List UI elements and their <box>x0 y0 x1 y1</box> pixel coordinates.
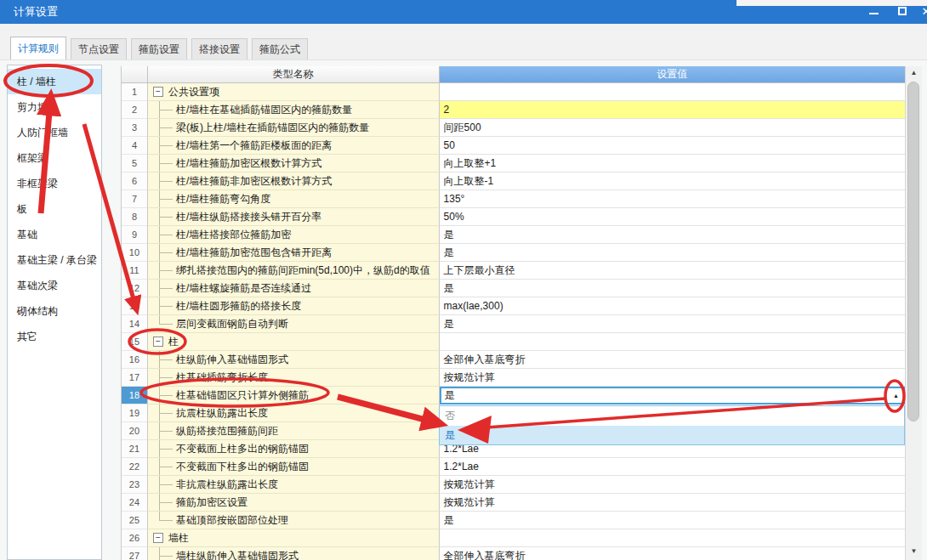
type-name-cell[interactable]: 箍筋加密区设置 <box>148 494 440 512</box>
value-cell[interactable]: 向上取整+1 <box>440 155 905 173</box>
collapse-toggle[interactable]: − <box>153 533 163 543</box>
value-cell[interactable]: 是 <box>440 512 905 529</box>
table-row-8[interactable]: 8柱/墙柱纵筋搭接接头错开百分率50% <box>122 208 905 226</box>
dropdown-option-是[interactable]: 是 <box>440 426 904 444</box>
table-row-2[interactable]: 2柱/墙柱在基础插筋锚固区内的箍筋数量2 <box>122 101 905 119</box>
sidebar-item-剪力墙[interactable]: 剪力墙 <box>8 94 101 120</box>
scroll-down-button[interactable]: ▼ <box>906 545 922 558</box>
value-cell[interactable]: 135° <box>440 190 905 208</box>
row-number[interactable]: 11 <box>122 262 148 280</box>
collapse-toggle[interactable]: − <box>153 87 163 97</box>
vertical-scrollbar[interactable]: ▲ ▼ <box>905 66 922 560</box>
row-number[interactable]: 9 <box>122 226 148 244</box>
row-number[interactable]: 6 <box>122 173 148 190</box>
type-name-cell[interactable]: 柱/墙柱在基础插筋锚固区内的箍筋数量 <box>148 101 440 119</box>
row-number[interactable]: 1 <box>122 83 148 101</box>
table-row-3[interactable]: 3梁(板)上柱/墙柱在插筋锚固区内的箍筋数量间距500 <box>122 119 905 137</box>
type-name-cell[interactable]: 非抗震柱纵筋露出长度 <box>148 476 440 494</box>
value-cell[interactable]: 向上取整-1 <box>440 173 905 190</box>
table-row-22[interactable]: 22不变截面下柱多出的钢筋锚固1.2*Lae <box>122 458 905 476</box>
type-name-cell[interactable]: 柱/墙柱搭接部位箍筋加密 <box>148 226 440 244</box>
row-number[interactable]: 3 <box>122 119 148 137</box>
sidebar-item-其它[interactable]: 其它 <box>8 324 101 349</box>
type-name-cell[interactable]: 柱基础锚固区只计算外侧箍筋 <box>148 387 440 404</box>
value-cell[interactable]: 是 <box>440 244 905 262</box>
row-number[interactable]: 8 <box>122 208 148 226</box>
type-name-cell[interactable]: 柱/墙柱螺旋箍筋是否连续通过 <box>148 280 440 297</box>
table-row-25[interactable]: 25基础顶部按嵌固部位处理是 <box>122 512 905 529</box>
row-number[interactable]: 18 <box>122 387 148 404</box>
sidebar-item-基础主梁 / 承台梁[interactable]: 基础主梁 / 承台梁 <box>8 247 101 273</box>
row-number[interactable]: 5 <box>122 155 148 173</box>
tab-箍筋公式[interactable]: 箍筋公式 <box>252 38 308 59</box>
table-row-26[interactable]: 26−墙柱 <box>122 529 905 547</box>
row-number[interactable]: 14 <box>122 315 148 333</box>
table-row-17[interactable]: 17柱基础插筋弯折长度按规范计算 <box>122 369 905 387</box>
table-row-9[interactable]: 9柱/墙柱搭接部位箍筋加密是 <box>122 226 905 244</box>
type-name-cell[interactable]: 柱/墙柱箍筋非加密区根数计算方式 <box>148 173 440 190</box>
tab-节点设置[interactable]: 节点设置 <box>71 38 127 59</box>
collapse-toggle[interactable]: − <box>153 337 163 347</box>
tab-计算规则[interactable]: 计算规则 <box>10 37 66 59</box>
table-row-12[interactable]: 12柱/墙柱螺旋箍筋是否连续通过是 <box>122 280 905 297</box>
type-name-cell[interactable]: 墙柱纵筋伸入基础锚固形式 <box>148 547 440 560</box>
row-number[interactable]: 16 <box>122 351 148 369</box>
row-number[interactable]: 27 <box>122 547 148 560</box>
tab-箍筋设置[interactable]: 箍筋设置 <box>131 38 187 59</box>
type-name-cell[interactable]: 柱/墙柱箍筋弯勾角度 <box>148 190 440 208</box>
value-cell[interactable]: 是 <box>440 315 905 333</box>
sidebar-item-非框架梁[interactable]: 非框架梁 <box>8 171 101 196</box>
type-name-cell[interactable]: 柱/墙柱纵筋搭接接头错开百分率 <box>148 208 440 226</box>
value-cell[interactable]: 是 <box>440 226 905 244</box>
row-number[interactable]: 7 <box>122 190 148 208</box>
row-number[interactable]: 25 <box>122 512 148 529</box>
value-cell[interactable] <box>440 529 905 547</box>
value-cell[interactable]: 间距500 <box>440 119 905 137</box>
table-row-7[interactable]: 7柱/墙柱箍筋弯勾角度135° <box>122 190 905 208</box>
value-cell[interactable]: 按规范计算 <box>440 494 905 512</box>
type-name-cell[interactable]: −公共设置项 <box>148 83 440 101</box>
type-name-cell[interactable]: 梁(板)上柱/墙柱在插筋锚固区内的箍筋数量 <box>148 119 440 137</box>
type-name-cell[interactable]: 柱纵筋伸入基础锚固形式 <box>148 351 440 369</box>
row-number[interactable]: 4 <box>122 137 148 155</box>
dropdown-option-否[interactable]: 否 <box>440 406 904 426</box>
value-cell[interactable]: 1.2*Lae <box>440 458 905 476</box>
table-row-11[interactable]: 11绑扎搭接范围内的箍筋间距min(5d,100)中，纵筋d的取值上下层最小直径 <box>122 262 905 280</box>
sidebar-item-柱 / 墙柱[interactable]: 柱 / 墙柱 <box>8 69 101 94</box>
tab-搭接设置[interactable]: 搭接设置 <box>191 38 247 59</box>
row-number[interactable]: 19 <box>122 404 148 422</box>
value-cell[interactable]: 全部伸入基底弯折 <box>440 547 905 560</box>
sidebar-item-砌体结构[interactable]: 砌体结构 <box>8 298 101 324</box>
table-row-4[interactable]: 4柱/墙柱第一个箍筋距楼板面的距离50 <box>122 137 905 155</box>
value-cell[interactable]: 上下层最小直径 <box>440 262 905 280</box>
type-name-cell[interactable]: 绑扎搭接范围内的箍筋间距min(5d,100)中，纵筋d的取值 <box>148 262 440 280</box>
type-name-cell[interactable]: −柱 <box>148 333 440 351</box>
type-name-cell[interactable]: 柱/墙柱箍筋加密区根数计算方式 <box>148 155 440 173</box>
type-name-cell[interactable]: 纵筋搭接范围箍筋间距 <box>148 422 440 440</box>
type-name-cell[interactable]: 不变截面下柱多出的钢筋锚固 <box>148 458 440 476</box>
sidebar-item-板[interactable]: 板 <box>8 196 101 222</box>
type-name-cell[interactable]: 柱/墙柱箍筋加密范围包含错开距离 <box>148 244 440 262</box>
table-row-16[interactable]: 16柱纵筋伸入基础锚固形式全部伸入基底弯折 <box>122 351 905 369</box>
row-number[interactable]: 17 <box>122 369 148 387</box>
table-row-14[interactable]: 14层间变截面钢筋自动判断是 <box>122 315 905 333</box>
sidebar-item-框架梁[interactable]: 框架梁 <box>8 145 101 171</box>
value-cell[interactable] <box>440 83 905 101</box>
row-number[interactable]: 2 <box>122 101 148 119</box>
table-row-6[interactable]: 6柱/墙柱箍筋非加密区根数计算方式向上取整-1 <box>122 173 905 190</box>
value-cell[interactable]: 50 <box>440 137 905 155</box>
table-row-5[interactable]: 5柱/墙柱箍筋加密区根数计算方式向上取整+1 <box>122 155 905 173</box>
value-cell[interactable]: 是 <box>440 280 905 297</box>
dropdown-open-button[interactable]: ▲ <box>889 388 903 403</box>
row-number[interactable]: 15 <box>122 333 148 351</box>
row-number[interactable]: 23 <box>122 476 148 494</box>
value-cell[interactable]: 50% <box>440 208 905 226</box>
scroll-up-button[interactable]: ▲ <box>906 66 922 80</box>
value-cell-editing[interactable]: 是▲ <box>440 387 905 404</box>
row-number[interactable]: 22 <box>122 458 148 476</box>
sidebar-item-人防门框墙[interactable]: 人防门框墙 <box>8 120 101 145</box>
type-name-cell[interactable]: 柱/墙柱圆形箍筋的搭接长度 <box>148 297 440 315</box>
value-cell[interactable]: 2 <box>440 101 905 119</box>
table-row-13[interactable]: 13柱/墙柱圆形箍筋的搭接长度max(lae,300) <box>122 297 905 315</box>
table-row-27[interactable]: 27墙柱纵筋伸入基础锚固形式全部伸入基底弯折 <box>122 547 905 560</box>
